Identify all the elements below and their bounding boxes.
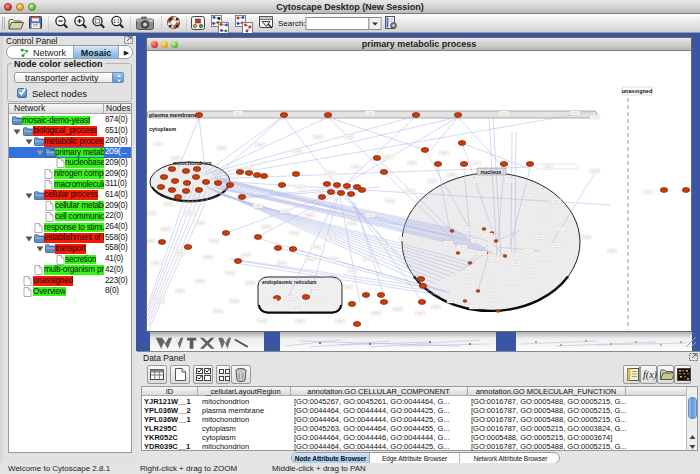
svg-text:plasma membrane: plasma membrane bbox=[149, 112, 197, 118]
svg-text:endoplasmic reticulum: endoplasmic reticulum bbox=[262, 279, 317, 285]
svg-text:cytoplasm: cytoplasm bbox=[149, 126, 176, 132]
svg-text:nucleus: nucleus bbox=[481, 169, 502, 175]
svg-text:Search:: Search: bbox=[278, 19, 306, 28]
svg-text:f(x): f(x) bbox=[643, 369, 658, 381]
svg-text:1:1: 1:1 bbox=[113, 19, 120, 24]
svg-text:mitochondrion: mitochondrion bbox=[173, 160, 212, 166]
svg-text:unassigned: unassigned bbox=[622, 88, 653, 94]
